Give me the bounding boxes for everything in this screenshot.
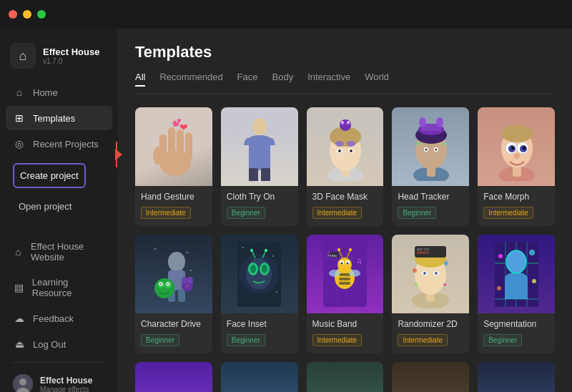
svg-point-80 (250, 265, 256, 273)
template-card-face-morph[interactable]: Face Morph Intermediate (478, 107, 555, 226)
svg-rect-5 (168, 127, 175, 162)
tab-recommended[interactable]: Recommended (159, 72, 222, 87)
sidebar-item-home[interactable]: ⌂ Home (6, 80, 112, 104)
main-content: Templates All Recommended Face Body Inte… (118, 29, 572, 392)
svg-point-96 (329, 270, 340, 277)
tab-world[interactable]: World (365, 72, 389, 87)
sidebar-item-templates[interactable]: ⊞ Templates (6, 106, 112, 130)
svg-rect-95 (339, 282, 350, 285)
tab-body[interactable]: Body (272, 72, 294, 87)
svg-point-69 (182, 277, 187, 284)
svg-rect-94 (339, 278, 350, 280)
template-card-face-inset[interactable]: Face Inset Beginner (221, 235, 298, 353)
page-title: Templates (135, 43, 555, 62)
svg-point-97 (349, 270, 360, 277)
svg-text:ARE YOU: ARE YOU (417, 248, 430, 251)
svg-text:KING: KING (330, 254, 337, 258)
title-bar (0, 0, 572, 29)
tab-interactive[interactable]: Interactive (307, 72, 350, 87)
template-card-partial-3[interactable] (307, 362, 384, 392)
tab-all[interactable]: All (135, 72, 145, 87)
svg-rect-12 (249, 168, 258, 181)
templates-grid: ❤ 💕 Hand Gesture Intermediate (135, 107, 555, 392)
template-card-head-tracker[interactable]: Head Tracker Beginner (392, 107, 469, 226)
sidebar-item-website[interactable]: ⌂ Effect House Website (6, 235, 112, 269)
feedback-icon: ☁ (13, 313, 26, 324)
learning-icon: ▤ (13, 282, 25, 293)
close-button[interactable] (9, 10, 17, 19)
card-name-face-inset: Face Inset (227, 319, 292, 329)
card-badge-face-morph: Intermediate (483, 207, 533, 219)
sidebar-nav: ⌂ Home ⊞ Templates ◎ Recent Projects Cre… (0, 80, 118, 223)
svg-point-70 (187, 277, 193, 284)
svg-text:💕: 💕 (172, 118, 182, 127)
template-card-partial-1[interactable] (135, 362, 212, 392)
template-card-partial-2[interactable] (221, 362, 298, 392)
minimize-button[interactable] (23, 10, 31, 19)
card-name-head-tracker: Head Tracker (398, 192, 463, 202)
svg-point-122 (413, 268, 417, 273)
card-image-partial-1 (135, 362, 212, 392)
sidebar-item-logout[interactable]: ⏏ Log Out (6, 332, 112, 356)
template-card-cloth-try-on[interactable]: Cloth Try On Beginner (221, 107, 298, 226)
card-image-partial-3 (307, 362, 384, 392)
sidebar: ⌂ Effect House v1.7.0 ⌂ Home ⊞ Templates… (0, 29, 118, 392)
logout-icon: ⏏ (13, 338, 26, 350)
svg-point-40 (435, 148, 437, 150)
svg-point-11 (252, 118, 267, 135)
user-info: Effect House Manage effects (40, 376, 92, 393)
svg-point-22 (335, 141, 344, 147)
maximize-button[interactable] (37, 10, 46, 19)
template-card-3d-face-mask[interactable]: 3D Face Mask Intermediate (307, 107, 384, 226)
svg-point-81 (262, 265, 267, 273)
card-badge-cloth-try-on: Beginner (227, 207, 265, 219)
templates-icon: ⊞ (13, 112, 26, 124)
template-card-segmentation[interactable]: Segmentation Beginner (478, 235, 555, 353)
arrow-indicator (115, 149, 122, 160)
sidebar-item-learning[interactable]: ▤ Learning Resource (6, 270, 112, 305)
sidebar-bottom: ⌂ Effect House Website ▤ Learning Resour… (0, 235, 118, 392)
user-name: Effect House (40, 376, 92, 386)
svg-point-57 (168, 252, 185, 272)
card-image-face-inset (221, 235, 298, 313)
card-badge-character-drive: Beginner (141, 334, 179, 346)
open-project-button[interactable]: Open project (13, 195, 77, 217)
svg-point-52 (523, 147, 526, 150)
svg-rect-60 (178, 289, 185, 302)
template-card-hand-gesture[interactable]: ❤ 💕 Hand Gesture Intermediate (135, 107, 212, 226)
svg-point-66 (160, 283, 162, 285)
svg-point-20 (338, 150, 341, 152)
template-card-character-drive[interactable]: Character Drive Beginner (135, 235, 212, 353)
svg-point-8 (153, 147, 163, 165)
card-info-segmentation: Segmentation Beginner (478, 313, 555, 353)
card-info-randomizer-2d: Randomizer 2D Intermediate (392, 313, 469, 353)
template-card-partial-4[interactable] (392, 362, 469, 392)
template-card-music-band[interactable]: ♪ ♫ KING Music Band Intermediate (307, 235, 384, 353)
card-name-character-drive: Character Drive (141, 319, 207, 329)
svg-point-61 (154, 278, 174, 298)
svg-point-73 (242, 247, 244, 248)
filter-tabs: All Recommended Face Body Interactive Wo… (135, 72, 555, 94)
user-subtitle: Manage effects (40, 386, 92, 393)
svg-point-102 (346, 262, 348, 264)
website-icon: ⌂ (13, 246, 24, 258)
avatar (13, 374, 33, 392)
card-image-face-morph (478, 107, 555, 186)
sidebar-item-feedback[interactable]: ☁ Feedback (6, 306, 112, 330)
create-project-button[interactable]: Create project (13, 163, 86, 188)
card-image-character-drive (135, 235, 212, 313)
template-card-partial-5[interactable] (478, 362, 555, 392)
card-name-cloth-try-on: Cloth Try On (227, 192, 292, 202)
sidebar-item-recent[interactable]: ◎ Recent Projects (6, 132, 112, 156)
sidebar-item-feedback-label: Feedback (33, 313, 74, 324)
card-image-segmentation (478, 235, 555, 313)
svg-point-21 (350, 150, 352, 152)
svg-rect-93 (339, 273, 350, 276)
tab-face[interactable]: Face (237, 72, 258, 87)
sidebar-item-logout-label: Log Out (33, 339, 66, 350)
svg-point-132 (498, 254, 503, 258)
svg-rect-6 (177, 129, 184, 162)
svg-point-135 (497, 286, 501, 290)
sidebar-item-website-label: Effect House Website (31, 241, 105, 263)
template-card-randomizer-2d[interactable]: WINGS ARE YOU Randomizer 2D Intermediate (392, 235, 469, 353)
